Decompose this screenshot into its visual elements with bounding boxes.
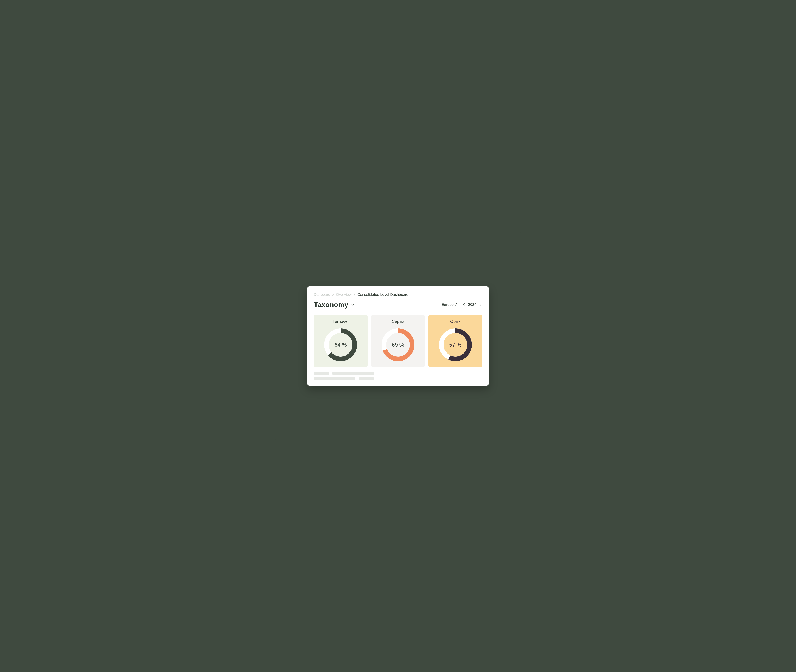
region-value: Europe	[442, 302, 453, 307]
metric-label: Turnover	[333, 319, 349, 324]
donut-chart-turnover: 64 %	[323, 327, 358, 362]
breadcrumb-item-overview[interactable]: Overview	[336, 293, 352, 297]
metric-card-opex[interactable]: OpEx 57 %	[428, 315, 482, 367]
metric-card-capex[interactable]: CapEx 69 %	[371, 315, 425, 367]
skeleton-bar	[333, 372, 374, 375]
chevron-right-icon	[354, 294, 355, 296]
breadcrumb-item-dashboard[interactable]: Dahboard	[314, 293, 330, 297]
year-prev-button[interactable]	[462, 303, 466, 306]
donut-chart-capex: 69 %	[380, 327, 416, 362]
skeleton-row	[314, 378, 482, 380]
stage: Dahboard Overview Consolidated Level Das…	[274, 231, 522, 441]
chevron-right-icon	[332, 294, 334, 296]
skeleton-row	[314, 372, 482, 375]
breadcrumb: Dahboard Overview Consolidated Level Das…	[314, 293, 482, 297]
year-picker: 2024	[462, 302, 482, 307]
metric-label: OpEx	[450, 319, 461, 324]
dashboard-card: Dahboard Overview Consolidated Level Das…	[307, 286, 489, 386]
sort-icon	[455, 303, 458, 306]
metric-card-turnover[interactable]: Turnover 64 %	[314, 315, 368, 367]
page-title-dropdown[interactable]: Taxonomy	[314, 301, 354, 309]
year-value: 2024	[468, 302, 476, 307]
skeleton-bar	[314, 372, 329, 375]
page-title: Taxonomy	[314, 301, 348, 309]
metric-label: CapEx	[392, 319, 404, 324]
metrics-row: Turnover 64 % CapEx 69 %	[314, 315, 482, 367]
skeleton-bar	[359, 378, 374, 380]
metric-value: 64 %	[323, 327, 358, 362]
chevron-down-icon	[351, 304, 354, 306]
year-next-button[interactable]	[479, 303, 482, 306]
metric-value: 69 %	[380, 327, 416, 362]
metric-value: 57 %	[438, 327, 473, 362]
skeleton-section	[314, 372, 482, 380]
region-picker[interactable]: Europe	[442, 302, 458, 307]
breadcrumb-item-current: Consolidated Level Dashboard	[357, 293, 408, 297]
title-row: Taxonomy Europe	[314, 301, 482, 309]
skeleton-bar	[314, 378, 355, 380]
donut-chart-opex: 57 %	[438, 327, 473, 362]
filter-controls: Europe 2024	[442, 302, 482, 307]
